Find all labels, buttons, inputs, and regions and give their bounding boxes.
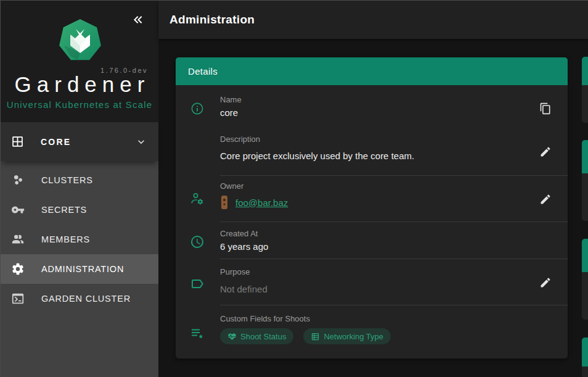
brand-tagline: Universal Kubernetes at Scale	[1, 99, 158, 110]
custom-fields-field: Custom Fields for Shoots Shoot Status Ne…	[209, 305, 523, 358]
custom-fields-label: Custom Fields for Shoots	[220, 314, 523, 323]
clipped-card-header	[582, 239, 588, 272]
brand-title: Gardener	[1, 72, 158, 97]
clock-icon	[186, 222, 209, 259]
sidebar-item-administration[interactable]: ADMINISTRATION	[1, 254, 158, 284]
row-name: Name core	[176, 85, 568, 127]
project-selector-label: CORE	[41, 137, 71, 147]
copy-name-button[interactable]	[539, 102, 552, 115]
page-title: Administration	[169, 13, 255, 27]
info-icon	[186, 85, 209, 127]
project-selector[interactable]: CORE	[1, 122, 158, 161]
sidebar-item-label: SECRETS	[41, 205, 87, 215]
clipped-card	[582, 57, 588, 123]
name-value: core	[220, 107, 523, 119]
created-at-value: 6 years ago	[220, 241, 523, 253]
row-created-at: Created At 6 years ago	[176, 222, 568, 259]
clipped-card	[582, 338, 588, 377]
created-at-field: Created At 6 years ago	[209, 222, 523, 259]
row-description: Description Core project exclusively use…	[176, 127, 568, 176]
edit-owner-button[interactable]	[539, 193, 552, 205]
details-card-header: Details	[176, 57, 568, 85]
name-label: Name	[220, 95, 523, 104]
sidebar-item-secrets[interactable]: SECRETS	[1, 195, 158, 225]
sidebar-item-label: GARDEN CLUSTER	[41, 294, 131, 304]
chip-networking-type[interactable]: Networking Type	[303, 328, 391, 344]
grid-icon	[11, 135, 24, 148]
chip-shoot-status[interactable]: Shoot Status	[220, 328, 293, 344]
account-cog-icon	[186, 176, 209, 222]
chevron-double-left-icon	[131, 12, 145, 27]
chip-label: Networking Type	[324, 332, 383, 341]
cog-icon	[10, 262, 25, 276]
sidebar-collapse-button[interactable]	[129, 11, 147, 28]
purpose-label: Purpose	[220, 267, 523, 276]
key-icon	[10, 203, 25, 217]
owner-label: Owner	[220, 181, 523, 191]
edit-purpose-button[interactable]	[539, 276, 552, 289]
chip-label: Shoot Status	[240, 332, 286, 341]
name-field: Name core	[209, 85, 523, 127]
owner-avatar	[220, 195, 229, 210]
clipped-card-header	[582, 57, 588, 85]
created-at-label: Created At	[220, 229, 523, 238]
purpose-value: Not defined	[220, 283, 523, 296]
description-label: Description	[220, 135, 523, 144]
description-field: Description Core project exclusively use…	[209, 127, 523, 176]
content-copy-icon	[539, 102, 552, 115]
sidebar-item-clusters[interactable]: CLUSTERS	[1, 165, 158, 195]
edit-description-button[interactable]	[539, 146, 552, 158]
hexagon-cluster-icon	[10, 173, 25, 187]
clipped-card	[582, 140, 588, 221]
sidebar-menu: CLUSTERS SECRETS MEMBERS ADMINISTRATION	[1, 161, 158, 313]
details-card: Details Name core Descript	[176, 57, 568, 358]
format-list-star-icon	[186, 305, 209, 358]
clipped-card	[582, 239, 588, 320]
topbar: Administration	[158, 1, 588, 39]
pencil-icon	[539, 276, 552, 289]
purpose-field: Purpose Not defined	[209, 259, 523, 305]
console-icon	[10, 292, 25, 305]
app-window: 1.76.0-dev Gardener Universal Kubernetes…	[0, 0, 588, 377]
clipped-card-header	[582, 140, 588, 173]
row-purpose: Purpose Not defined	[176, 259, 568, 305]
sidebar-logo-area: 1.76.0-dev Gardener Universal Kubernetes…	[1, 1, 158, 122]
chevron-down-icon	[135, 136, 147, 148]
sidebar-item-label: CLUSTERS	[41, 175, 93, 185]
details-card-title: Details	[188, 66, 218, 77]
sidebar-item-members[interactable]: MEMBERS	[1, 225, 158, 254]
gardener-logo	[57, 18, 103, 62]
sidebar: 1.76.0-dev Gardener Universal Kubernetes…	[1, 1, 158, 377]
clipped-card-header	[582, 338, 588, 367]
table-icon	[311, 332, 320, 341]
row-custom-fields: Custom Fields for Shoots Shoot Status Ne…	[176, 305, 568, 358]
pencil-icon	[539, 146, 552, 158]
sidebar-item-label: ADMINISTRATION	[41, 264, 124, 274]
account-multiple-icon	[10, 233, 25, 246]
pencil-icon	[539, 193, 552, 205]
sidebar-item-label: MEMBERS	[41, 234, 90, 244]
heart-pulse-icon	[227, 332, 237, 341]
row-owner: Owner foo@bar.baz	[176, 176, 568, 222]
label-icon	[186, 259, 209, 305]
sidebar-item-garden-cluster[interactable]: GARDEN CLUSTER	[1, 284, 158, 313]
description-value: Core project exclusively used by the cor…	[220, 150, 523, 162]
owner-field: Owner foo@bar.baz	[209, 176, 523, 222]
owner-email-link[interactable]: foo@bar.baz	[235, 197, 288, 208]
